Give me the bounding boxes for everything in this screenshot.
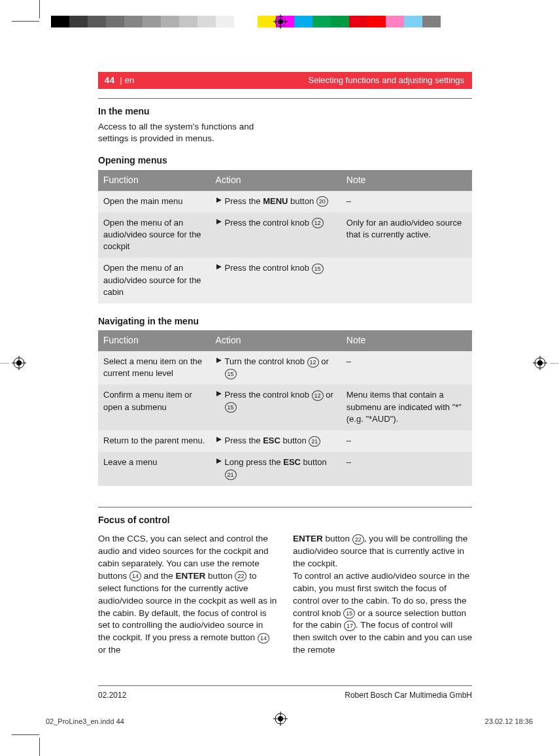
color-swatch <box>234 16 252 27</box>
color-swatch <box>294 16 313 27</box>
color-swatch <box>367 16 386 27</box>
color-swatch <box>51 16 69 27</box>
reference-number-icon: 22 <box>352 534 364 545</box>
reference-number-icon: 12 <box>312 218 324 228</box>
color-swatch <box>252 16 258 27</box>
cell-action: Press the MENU button 20 <box>211 191 341 213</box>
svg-marker-18 <box>216 264 222 269</box>
language-code: en <box>125 75 139 86</box>
heading-in-the-menu: In the menu <box>98 105 472 118</box>
cell-note <box>341 258 472 303</box>
focus-col-right: ENTER button 22, you will be controlling… <box>293 533 472 657</box>
reference-number-icon: 15 <box>225 369 237 379</box>
cell-note: Only for an audio/video source that is c… <box>341 213 472 258</box>
crop-mark <box>0 363 9 364</box>
bullet-triangle-icon <box>216 456 225 480</box>
color-swatch <box>197 16 216 27</box>
reference-number-icon: 15 <box>225 402 237 413</box>
rule <box>98 98 472 99</box>
reference-number-icon: 21 <box>309 436 320 447</box>
table-row: Leave a menuLong press the ESC button 21… <box>98 452 472 485</box>
table-row: Open the menu of an audio/video source f… <box>98 213 472 258</box>
slug-line: 02_ProLine3_en.indd 44 23.02.12 18:36 <box>46 717 533 727</box>
color-swatch <box>143 16 161 27</box>
navigating-table: Function Action Note Select a menu item … <box>98 330 472 485</box>
svg-marker-16 <box>216 198 222 203</box>
svg-marker-19 <box>216 358 222 363</box>
table-row: Open the menu of an audio/video source f… <box>98 258 472 303</box>
color-swatch <box>386 16 404 27</box>
color-swatch <box>313 16 331 27</box>
cell-action: Press the control knob 12 <box>211 213 341 258</box>
registration-mark-icon <box>273 14 288 29</box>
print-sheet: 44 | en Selecting functions and adjustin… <box>0 0 559 756</box>
cell-action: Press the control knob 15 <box>211 258 341 303</box>
cell-function: Leave a menu <box>98 452 211 485</box>
slug-file: 02_ProLine3_en.indd 44 <box>46 717 124 727</box>
cell-function: Open the menu of an audio/video source f… <box>98 258 211 303</box>
cell-note: Menu items that contain a submenu are in… <box>341 385 472 430</box>
registration-mark-icon <box>533 356 547 370</box>
col-note: Note <box>341 330 472 351</box>
footer-date: 02.2012 <box>98 690 126 701</box>
color-swatch <box>161 16 179 27</box>
cell-note: – <box>341 351 472 385</box>
table-row: Select a menu item on the current menu l… <box>98 351 472 385</box>
action-text: Press the ESC button 21 <box>225 435 336 447</box>
color-swatch <box>349 16 367 27</box>
color-swatch <box>422 16 441 27</box>
color-swatch <box>88 16 106 27</box>
action-text: Long press the ESC button 21 <box>225 456 336 480</box>
color-swatch <box>216 16 234 27</box>
heading-opening-menus: Opening menus <box>98 154 472 167</box>
color-swatch <box>124 16 143 27</box>
reference-number-icon: 22 <box>235 571 246 581</box>
action-text: Press the control knob 12 or 15 <box>225 389 336 413</box>
bullet-triangle-icon <box>216 196 225 207</box>
bullet-triangle-icon <box>216 435 225 447</box>
header-separator: | <box>118 75 124 86</box>
page-content: 44 | en Selecting functions and adjustin… <box>98 72 472 657</box>
heading-focus: Focus of control <box>98 514 472 527</box>
reference-number-icon: 15 <box>343 608 355 619</box>
footer-company: Robert Bosch Car Multimedia GmbH <box>345 690 472 701</box>
crop-mark <box>39 738 40 756</box>
cell-action: Turn the control knob 12 or 15 <box>211 351 341 385</box>
reference-number-icon: 15 <box>312 264 324 274</box>
bullet-triangle-icon <box>216 356 225 379</box>
col-action: Action <box>211 170 341 191</box>
bullet-triangle-icon <box>216 217 225 229</box>
col-function: Function <box>98 170 211 191</box>
reference-number-icon: 14 <box>258 633 269 644</box>
cell-action: Long press the ESC button 21 <box>211 452 341 485</box>
cell-action: Press the ESC button 21 <box>211 430 341 452</box>
reference-number-icon: 12 <box>307 357 319 368</box>
crop-mark <box>39 0 40 18</box>
svg-marker-17 <box>216 219 222 224</box>
cell-function: Return to the parent menu. <box>98 430 211 452</box>
action-text: Turn the control knob 12 or 15 <box>225 356 336 379</box>
table-header-row: Function Action Note <box>98 330 472 351</box>
color-swatch <box>69 16 88 27</box>
cell-function: Confirm a menu item or open a submenu <box>98 385 211 430</box>
registration-mark-icon <box>12 356 26 370</box>
table-row: Return to the parent menu.Press the ESC … <box>98 430 472 452</box>
col-function: Function <box>98 330 211 351</box>
slug-timestamp: 23.02.12 18:36 <box>485 717 533 727</box>
svg-marker-22 <box>216 458 222 464</box>
opening-menus-table: Function Action Note Open the main menuP… <box>98 170 472 303</box>
cell-function: Select a menu item on the current menu l… <box>98 351 211 385</box>
page-number: 44 <box>98 75 118 86</box>
color-swatch <box>179 16 197 27</box>
cell-function: Open the main menu <box>98 191 211 213</box>
reference-number-icon: 14 <box>129 571 141 581</box>
action-text: Press the MENU button 20 <box>225 196 336 207</box>
table-row: Confirm a menu item or open a submenuPre… <box>98 385 472 430</box>
cell-note: – <box>341 191 472 213</box>
section-title: Selecting functions and adjusting settin… <box>309 75 473 86</box>
color-swatch <box>106 16 124 27</box>
bullet-triangle-icon <box>216 262 225 274</box>
color-swatch <box>404 16 422 27</box>
cell-note: – <box>341 430 472 452</box>
cell-action: Press the control knob 12 or 15 <box>211 385 341 430</box>
